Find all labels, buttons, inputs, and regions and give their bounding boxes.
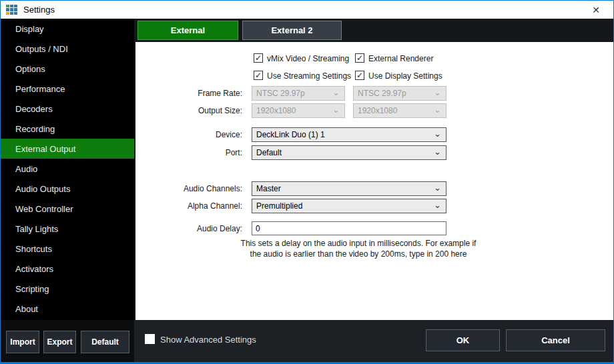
- frame-rate-dropdown-1: NTSC 29.97p ⌄: [252, 86, 345, 101]
- port-label: Port:: [135, 148, 242, 157]
- sidebar-item-audio-outputs[interactable]: Audio Outputs: [1, 179, 134, 199]
- sidebar-item-label: Tally Lights: [15, 224, 58, 234]
- sidebar-item-label: Display: [15, 24, 44, 34]
- chevron-down-icon: ⌄: [434, 199, 441, 212]
- chevron-down-icon: ⌄: [434, 181, 441, 195]
- device-value: DeckLink Duo (1) 1: [256, 130, 325, 139]
- output-size-dropdown-1: 1920x1080 ⌄: [252, 103, 345, 118]
- audio-delay-help-text: This sets a delay on the audio input in …: [234, 238, 483, 259]
- tab-external[interactable]: External: [137, 21, 238, 40]
- cancel-button[interactable]: Cancel: [506, 329, 605, 351]
- vmix-video-streaming-checkbox[interactable]: ✓: [254, 53, 263, 63]
- chevron-down-icon: ⌄: [434, 145, 441, 159]
- sidebar-item-label: Scripting: [15, 284, 49, 294]
- sidebar-item-label: Performance: [15, 84, 65, 94]
- footer-bar: Import Export Default Show Advanced Sett…: [1, 320, 613, 362]
- use-streaming-settings-label: Use Streaming Settings: [267, 71, 351, 81]
- sidebar-item-scripting[interactable]: Scripting: [1, 279, 134, 299]
- sidebar-item-label: Activators: [15, 264, 53, 274]
- vmix-video-streaming-label: vMix Video / Streaming: [267, 54, 349, 63]
- sidebar-item-performance[interactable]: Performance: [1, 79, 134, 99]
- audio-channels-label: Audio Channels:: [135, 184, 242, 193]
- vmix-logo-icon: [6, 5, 17, 15]
- alpha-channel-value: Premultiplied: [256, 201, 302, 211]
- device-dropdown[interactable]: DeckLink Duo (1) 1 ⌄: [252, 127, 446, 142]
- sidebar-item-about[interactable]: About: [1, 299, 134, 319]
- frame-rate-dropdown-2: NTSC 29.97p ⌄: [353, 86, 446, 101]
- audio-channels-value: Master: [256, 184, 281, 193]
- sidebar-item-label: Options: [15, 64, 45, 74]
- check-icon: ✓: [255, 53, 262, 63]
- chevron-down-icon: ⌄: [332, 103, 340, 117]
- chevron-down-icon: ⌄: [434, 127, 441, 141]
- audio-delay-input[interactable]: [252, 221, 446, 235]
- external-renderer-label: External Renderer: [368, 54, 433, 63]
- check-icon: ✓: [356, 71, 363, 80]
- close-icon[interactable]: ✕: [587, 3, 605, 17]
- sidebar-item-shortcuts[interactable]: Shortcuts: [1, 239, 134, 259]
- settings-sidebar: Display Outputs / NDI Options Performanc…: [1, 19, 134, 321]
- sidebar-item-label: Shortcuts: [15, 244, 52, 254]
- title-bar: Settings ✕: [1, 1, 613, 19]
- chevron-down-icon: ⌄: [434, 103, 441, 117]
- sidebar-item-decoders[interactable]: Decoders: [1, 99, 134, 119]
- export-button[interactable]: Export: [43, 331, 76, 353]
- external-tabs-strip: External External 2: [134, 19, 613, 42]
- sidebar-item-outputs-ndi[interactable]: Outputs / NDI: [1, 39, 134, 59]
- show-advanced-settings-checkbox[interactable]: [145, 334, 155, 344]
- settings-window: Settings ✕ Display Outputs / NDI Options…: [0, 0, 614, 364]
- device-label: Device:: [135, 130, 242, 139]
- sidebar-item-display[interactable]: Display: [1, 19, 134, 39]
- sidebar-item-options[interactable]: Options: [1, 59, 134, 79]
- audio-channels-dropdown[interactable]: Master ⌄: [252, 181, 446, 196]
- output-size-dropdown-2: 1920x1080 ⌄: [353, 103, 446, 118]
- check-icon: ✓: [356, 53, 363, 63]
- external-renderer-checkbox[interactable]: ✓: [355, 53, 364, 63]
- port-dropdown[interactable]: Default ⌄: [252, 145, 446, 160]
- output-size-label: Output Size:: [135, 106, 242, 115]
- import-button[interactable]: Import: [6, 331, 39, 353]
- sidebar-item-external-output[interactable]: External Output: [1, 139, 134, 159]
- output-size-value-1: 1920x1080: [256, 106, 296, 115]
- footer-left-section: Import Export Default: [1, 320, 134, 362]
- window-title: Settings: [23, 5, 55, 15]
- frame-rate-value-1: NTSC 29.97p: [256, 89, 305, 98]
- sidebar-item-label: Audio: [15, 164, 37, 174]
- use-streaming-settings-checkbox[interactable]: ✓: [254, 71, 263, 80]
- chevron-down-icon: ⌄: [332, 86, 340, 99]
- help-text-line-1: This sets a delay on the audio input in …: [234, 238, 483, 249]
- output-size-value-2: 1920x1080: [358, 106, 397, 115]
- tab-external-2[interactable]: External 2: [242, 21, 342, 40]
- use-display-settings-checkbox[interactable]: ✓: [355, 71, 364, 80]
- audio-delay-label: Audio Delay:: [135, 224, 242, 233]
- use-display-settings-label: Use Display Settings: [368, 71, 442, 81]
- sidebar-item-audio[interactable]: Audio: [1, 159, 134, 179]
- external-output-panel: ✓ vMix Video / Streaming ✓ External Rend…: [134, 42, 613, 321]
- chevron-down-icon: ⌄: [434, 86, 441, 99]
- default-button[interactable]: Default: [81, 331, 129, 353]
- help-text-line-2: the audio is earlier than the video by 2…: [234, 249, 483, 259]
- sidebar-item-label: Audio Outputs: [15, 184, 70, 194]
- sidebar-item-recording[interactable]: Recording: [1, 119, 134, 139]
- check-icon: ✓: [255, 71, 262, 80]
- sidebar-item-label: Web Controller: [15, 204, 73, 214]
- alpha-channel-dropdown[interactable]: Premultiplied ⌄: [252, 199, 446, 213]
- frame-rate-value-2: NTSC 29.97p: [358, 89, 406, 98]
- alpha-channel-label: Alpha Channel:: [135, 201, 242, 211]
- sidebar-item-label: External Output: [15, 144, 75, 154]
- sidebar-item-label: About: [15, 304, 38, 314]
- sidebar-item-label: Decoders: [15, 104, 53, 114]
- frame-rate-label: Frame Rate:: [135, 89, 242, 98]
- port-value: Default: [256, 148, 282, 157]
- sidebar-item-label: Recording: [15, 124, 55, 134]
- sidebar-item-tally-lights[interactable]: Tally Lights: [1, 219, 134, 239]
- sidebar-item-web-controller[interactable]: Web Controller: [1, 199, 134, 219]
- sidebar-item-activators[interactable]: Activators: [1, 259, 134, 279]
- ok-button[interactable]: OK: [426, 329, 500, 351]
- sidebar-item-label: Outputs / NDI: [15, 44, 68, 54]
- show-advanced-settings-label: Show Advanced Settings: [160, 335, 256, 345]
